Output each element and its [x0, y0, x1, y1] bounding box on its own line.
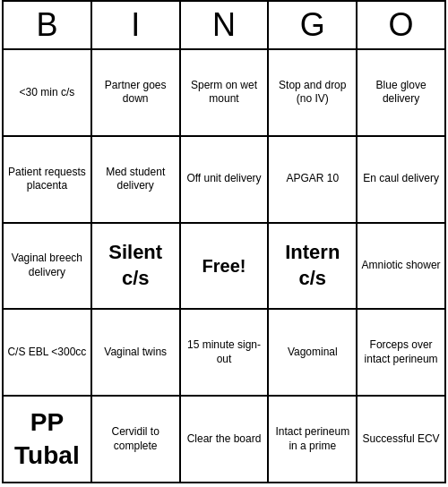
bingo-header-letter: N — [181, 2, 270, 48]
bingo-cell[interactable]: Amniotic shower — [358, 224, 444, 309]
bingo-cell[interactable]: Sperm on wet mount — [181, 50, 270, 135]
bingo-cell[interactable]: C/S EBL <300cc — [4, 310, 92, 395]
bingo-header-letter: I — [92, 2, 181, 48]
bingo-cell[interactable]: Partner goes down — [92, 50, 181, 135]
bingo-header-letter: O — [358, 2, 444, 48]
bingo-board: BINGO <30 min c/sPartner goes downSperm … — [2, 0, 446, 483]
bingo-cell[interactable]: Vagominal — [269, 310, 358, 395]
bingo-cell[interactable]: 15 minute sign-out — [181, 310, 270, 395]
bingo-row: Patient requests placentaMed student del… — [4, 137, 444, 224]
bingo-cell[interactable]: Successful ECV — [358, 397, 444, 482]
bingo-cell[interactable]: Intern c/s — [269, 224, 358, 309]
bingo-cell[interactable]: Stop and drop (no IV) — [269, 50, 358, 135]
bingo-cell[interactable]: Med student delivery — [92, 137, 181, 222]
bingo-grid: <30 min c/sPartner goes downSperm on wet… — [4, 50, 444, 482]
bingo-cell[interactable]: Vaginal breech delivery — [4, 224, 92, 309]
bingo-row: PP TubalCervidil to completeClear the bo… — [4, 397, 444, 482]
bingo-cell[interactable]: PP Tubal — [4, 397, 92, 482]
bingo-row: <30 min c/sPartner goes downSperm on wet… — [4, 50, 444, 137]
bingo-cell[interactable]: Blue glove delivery — [358, 50, 444, 135]
bingo-row: C/S EBL <300ccVaginal twins15 minute sig… — [4, 310, 444, 397]
bingo-cell[interactable]: <30 min c/s — [4, 50, 92, 135]
bingo-cell[interactable]: Free! — [181, 224, 270, 309]
bingo-header-letter: B — [4, 2, 92, 48]
bingo-row: Vaginal breech deliverySilent c/sFree!In… — [4, 224, 444, 311]
bingo-header-letter: G — [269, 2, 358, 48]
bingo-cell[interactable]: Patient requests placenta — [4, 137, 92, 222]
bingo-cell[interactable]: Clear the board — [181, 397, 270, 482]
bingo-cell[interactable]: Vaginal twins — [92, 310, 181, 395]
bingo-cell[interactable]: Silent c/s — [92, 224, 181, 309]
bingo-cell[interactable]: Intact perineum in a prime — [269, 397, 358, 482]
bingo-cell[interactable]: Cervidil to complete — [92, 397, 181, 482]
bingo-cell[interactable]: En caul delivery — [358, 137, 444, 222]
bingo-header: BINGO — [4, 2, 444, 50]
bingo-cell[interactable]: Off unit delivery — [181, 137, 270, 222]
bingo-cell[interactable]: APGAR 10 — [269, 137, 358, 222]
bingo-cell[interactable]: Forceps over intact perineum — [358, 310, 444, 395]
